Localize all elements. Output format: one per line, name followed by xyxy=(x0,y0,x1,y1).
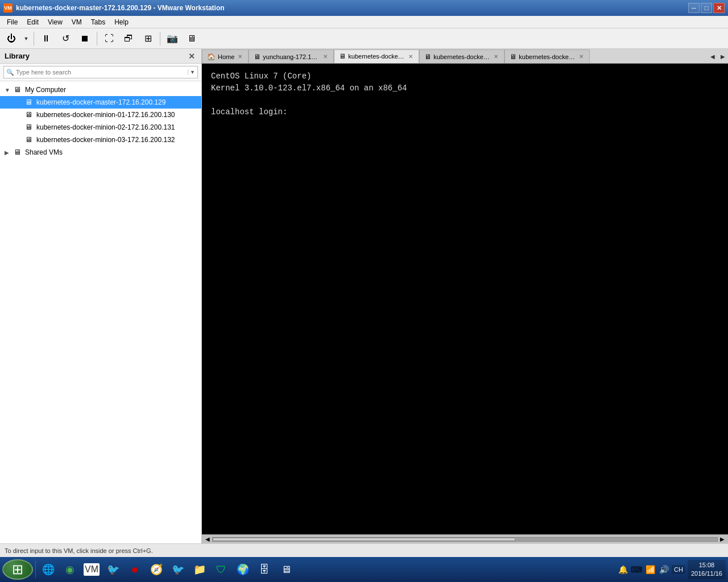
tab-minion-extra-label: kubernetes-docker-... xyxy=(519,53,576,60)
scroll-thumb[interactable] xyxy=(213,538,515,541)
shield-icon: 🛡 xyxy=(216,564,226,576)
power-button[interactable]: ⏻ xyxy=(2,30,20,47)
console-button[interactable]: 🖥 xyxy=(183,30,201,47)
tab-minion01[interactable]: 🖥 kubernetes-docker-minion-01-... ✕ xyxy=(419,49,504,63)
vm-display[interactable]: CentOS Linux 7 (Core) Kernel 3.10.0-123.… xyxy=(202,64,728,534)
chrome-icon: ◉ xyxy=(65,563,75,576)
taskbar-vmware[interactable]: VM xyxy=(81,559,102,580)
tab-yunchuang-close[interactable]: ✕ xyxy=(322,53,329,60)
tree-shared-vms[interactable]: ▶ 🖥 Shared VMs xyxy=(0,146,201,159)
taskbar-chrome[interactable]: ◉ xyxy=(60,559,80,580)
bird2-icon: 🐦 xyxy=(172,563,184,576)
menu-edit[interactable]: Edit xyxy=(22,17,43,27)
content-area: 🏠 Home ✕ 🖥 yunchuang-172.16.200.128 ✕ 🖥 … xyxy=(202,49,728,543)
clock-time: 15:08 xyxy=(691,561,722,569)
tab-minion-extra-close[interactable]: ✕ xyxy=(578,53,585,60)
vm-minion02[interactable]: 🖥 kubernetes-docker-minion-02-172.16.200… xyxy=(0,121,201,134)
tray-notifications[interactable]: 🔔 xyxy=(617,564,628,575)
tray-network[interactable]: 📶 xyxy=(644,564,656,575)
close-button[interactable]: ✕ xyxy=(713,3,725,13)
vm-master-label: kubernetes-docker-master-172.16.200.129 xyxy=(36,98,166,106)
terminal-line-2: Kernel 3.10.0-123.el7.x86_64 on an x86_6… xyxy=(211,82,719,94)
sidebar-title: Library xyxy=(5,52,30,60)
clock[interactable]: 15:08 2016/11/16 xyxy=(688,560,726,580)
menu-help[interactable]: Help xyxy=(110,17,133,27)
minimize-button[interactable]: ─ xyxy=(688,3,700,13)
taskbar: ⊞ 🌐 ◉ VM 🐦 ● 🧭 🐦 📁 🛡 🌍 🗄 🖥 🔔 ⌨ 📶 🔊 xyxy=(0,557,728,582)
tab-master-close[interactable]: ✕ xyxy=(407,53,414,60)
taskbar-sep1 xyxy=(35,561,36,578)
search-input[interactable] xyxy=(16,69,188,76)
monitor-icon: 🖥 xyxy=(281,564,291,576)
taskbar-compass[interactable]: 🧭 xyxy=(146,559,167,580)
stop-button[interactable]: ⏹ xyxy=(76,30,94,47)
taskbar-shield[interactable]: 🛡 xyxy=(211,559,231,580)
ie-icon: 🌐 xyxy=(42,563,55,576)
maximize-button[interactable]: □ xyxy=(701,3,712,13)
menu-view[interactable]: View xyxy=(43,17,67,27)
snapshot-button[interactable]: 📷 xyxy=(163,30,181,47)
tab-yunchuang[interactable]: 🖥 yunchuang-172.16.200.128 ✕ xyxy=(249,49,334,63)
tab-home[interactable]: 🏠 Home ✕ xyxy=(202,49,249,63)
status-message: To direct input to this VM, click inside… xyxy=(5,547,153,554)
tab-master[interactable]: 🖥 kubernetes-docker-mast... ✕ xyxy=(334,49,419,63)
windowed-button[interactable]: 🗗 xyxy=(119,30,138,47)
vm-minion03-toggle xyxy=(16,137,25,143)
restart-button[interactable]: ↺ xyxy=(56,30,75,47)
tray-keyboard[interactable]: ⌨ xyxy=(631,564,642,575)
status-bar: To direct input to this VM, click inside… xyxy=(0,543,728,557)
tab-yunchuang-label: yunchuang-172.16.200.128 xyxy=(263,53,320,60)
terminal-line-1: CentOS Linux 7 (Core) xyxy=(211,70,719,82)
taskbar-ie[interactable]: 🌐 xyxy=(38,559,59,580)
taskbar-red-circle[interactable]: ● xyxy=(125,559,145,580)
menu-file[interactable]: File xyxy=(2,17,22,27)
taskbar-bird2[interactable]: 🐦 xyxy=(168,559,188,580)
taskbar-db[interactable]: 🗄 xyxy=(254,559,275,580)
search-dropdown-arrow[interactable]: ▼ xyxy=(188,69,195,75)
tab-home-icon: 🏠 xyxy=(207,53,216,61)
power-dropdown[interactable]: ▼ xyxy=(22,30,31,47)
tab-nav-buttons: ◀ ▶ xyxy=(708,49,728,63)
taskbar-bird1[interactable]: 🐦 xyxy=(103,559,123,580)
taskbar-monitor[interactable]: 🖥 xyxy=(276,559,296,580)
language-button[interactable]: CH xyxy=(672,565,685,574)
menu-tabs[interactable]: Tabs xyxy=(86,17,110,27)
vm-minion01-icon: 🖥 xyxy=(25,110,34,119)
vm-minion01[interactable]: 🖥 kubernetes-docker-minion-01-172.16.200… xyxy=(0,109,201,121)
vm-minion03-icon: 🖥 xyxy=(25,135,34,144)
tab-next-button[interactable]: ▶ xyxy=(718,49,728,63)
tab-home-close[interactable]: ✕ xyxy=(237,53,243,60)
scroll-track[interactable] xyxy=(212,537,718,542)
my-computer-label: My Computer xyxy=(25,86,66,94)
sidebar-tree: ▼ 🖥 My Computer 🖥 kubernetes-docker-mast… xyxy=(0,81,201,543)
vm-minion03-label: kubernetes-docker-minion-03-172.16.200.1… xyxy=(36,136,175,144)
vm-master-toggle xyxy=(16,99,25,106)
tab-minion-extra[interactable]: 🖥 kubernetes-docker-... ✕ xyxy=(504,49,590,63)
tab-prev-button[interactable]: ◀ xyxy=(708,49,718,63)
folder-icon: 📁 xyxy=(193,563,206,576)
start-button[interactable]: ⊞ xyxy=(2,559,33,580)
sidebar-header: Library ✕ xyxy=(0,49,201,64)
vm-minion01-toggle xyxy=(16,112,25,118)
sep2 xyxy=(97,32,97,45)
toolbar: ⏻ ▼ ⏸ ↺ ⏹ ⛶ 🗗 ⊞ 📷 🖥 xyxy=(0,28,728,49)
tab-minion01-close[interactable]: ✕ xyxy=(493,53,499,60)
vm-master[interactable]: 🖥 kubernetes-docker-master-172.16.200.12… xyxy=(0,96,201,109)
tree-my-computer[interactable]: ▼ 🖥 My Computer xyxy=(0,84,201,96)
fullscreen-button[interactable]: ⛶ xyxy=(100,30,118,47)
compass-icon: 🧭 xyxy=(150,563,163,576)
computer-icon: 🖥 xyxy=(14,85,23,94)
menu-vm[interactable]: VM xyxy=(67,17,86,27)
main-area: Library ✕ 🔍 ▼ ▼ 🖥 My Computer 🖥 kubernet… xyxy=(0,49,728,543)
suspend-button[interactable]: ⏸ xyxy=(37,30,55,47)
taskbar-world[interactable]: 🌍 xyxy=(233,559,253,580)
scroll-right-button[interactable]: ▶ xyxy=(718,536,727,542)
tab-home-label: Home xyxy=(218,53,234,60)
taskbar-folder[interactable]: 📁 xyxy=(189,559,210,580)
vm-minion03[interactable]: 🖥 kubernetes-docker-minion-03-172.16.200… xyxy=(0,134,201,146)
unity-button[interactable]: ⊞ xyxy=(139,30,157,47)
shared-vms-label: Shared VMs xyxy=(25,148,63,156)
tray-volume[interactable]: 🔊 xyxy=(658,564,669,575)
sidebar-close-button[interactable]: ✕ xyxy=(187,51,197,61)
scroll-left-button[interactable]: ◀ xyxy=(203,536,212,542)
